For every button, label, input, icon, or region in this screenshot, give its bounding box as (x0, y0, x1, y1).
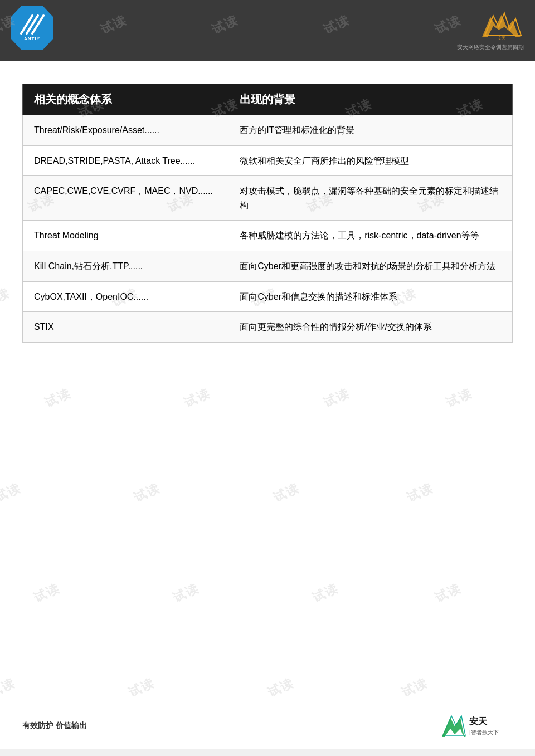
svg-text:安天: 安天 (469, 716, 488, 726)
table-cell-left: CAPEC,CWE,CVE,CVRF，MAEC，NVD...... (23, 176, 228, 221)
table-header-left: 相关的概念体系 (23, 84, 228, 115)
table-cell-left: Kill Chain,钻石分析,TTP...... (23, 251, 228, 281)
table-cell-left: STIX (23, 312, 228, 343)
header-brand: 安天 安天网络安全令训营第四期 (457, 11, 524, 51)
logo-shape: ANTIY (11, 6, 53, 50)
table-cell-left: Threat Modeling (23, 221, 228, 251)
table-row: STIX面向更完整的综合性的情报分析/作业/交换的体系 (23, 312, 513, 343)
svg-text:安天: 安天 (498, 36, 505, 40)
page-header: ANTIY 安天 安天网络安全令训营第四期 (0, 0, 535, 61)
table-header-right: 出现的背景 (228, 84, 513, 115)
table-row: Threat Modeling各种威胁建模的方法论，工具，risk-centri… (23, 221, 513, 251)
table-cell-right: 面向更完整的综合性的情报分析/作业/交换的体系 (228, 312, 513, 343)
table-row: Kill Chain,钻石分析,TTP......面向Cyber和更高强度的攻击… (23, 251, 513, 281)
table-cell-right: 微软和相关安全厂商所推出的风险管理模型 (228, 145, 513, 176)
svg-line-0 (21, 16, 32, 33)
header-right-text: 出现的背景 (240, 93, 295, 105)
concept-table: 相关的概念体系 出现的背景 Threat/Risk/Exposure/Asset… (22, 84, 513, 343)
main-content: 相关的概念体系 出现的背景 Threat/Risk/Exposure/Asset… (0, 61, 535, 702)
footer-logo-area: 安天 |智者数天下 (440, 713, 513, 738)
table-row: CybOX,TAXII，OpenIOC......面向Cyber和信息交换的描述… (23, 281, 513, 312)
table-cell-right: 各种威胁建模的方法论，工具，risk-centric，data-driven等等 (228, 221, 513, 251)
table-row: DREAD,STRIDE,PASTA, Attack Tree......微软和… (23, 145, 513, 176)
table-cell-left: Threat/Risk/Exposure/Asset...... (23, 115, 228, 146)
table-cell-left: DREAD,STRIDE,PASTA, Attack Tree...... (23, 145, 228, 176)
footer-text: 有效防护 价值输出 (22, 721, 87, 731)
svg-text:|智者数天下: |智者数天下 (469, 729, 499, 735)
page-footer: 有效防护 价值输出 安天 |智者数天下 (0, 702, 535, 749)
table-cell-right: 面向Cyber和信息交换的描述和标准体系 (228, 281, 513, 312)
svg-line-2 (32, 16, 43, 33)
logo-container: ANTIY (11, 6, 59, 56)
table-cell-right: 面向Cyber和更高强度的攻击和对抗的场景的分析工具和分析方法 (228, 251, 513, 281)
header-left-text: 相关的概念体系 (34, 93, 112, 105)
brand-logo-icon: 安天 (479, 11, 524, 41)
table-row: Threat/Risk/Exposure/Asset......西方的IT管理和… (23, 115, 513, 146)
logo-svg (20, 14, 45, 35)
table-row: CAPEC,CWE,CVE,CVRF，MAEC，NVD......对攻击模式，脆… (23, 176, 513, 221)
table-cell-left: CybOX,TAXII，OpenIOC...... (23, 281, 228, 312)
footer-logo-icon: 安天 |智者数天下 (440, 713, 513, 738)
table-cell-right: 对攻击模式，脆弱点，漏洞等各种基础的安全元素的标定和描述结构 (228, 176, 513, 221)
table-cell-right: 西方的IT管理和标准化的背景 (228, 115, 513, 146)
brand-subtitle: 安天网络安全令训营第四期 (457, 43, 524, 51)
svg-line-1 (27, 16, 38, 33)
logo-text: ANTIY (24, 36, 40, 41)
